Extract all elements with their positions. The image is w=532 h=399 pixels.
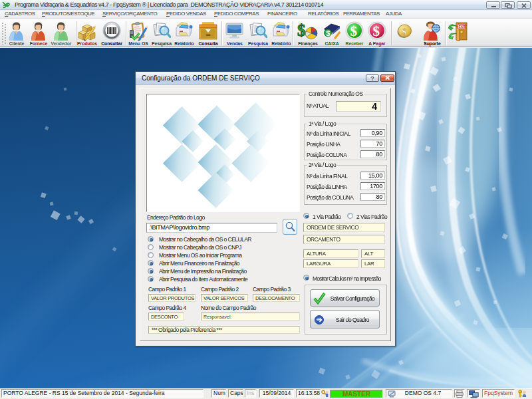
svg-text:$: $ (402, 27, 407, 37)
svg-text:$: $ (326, 29, 330, 37)
svg-text:$: $ (373, 23, 380, 39)
svg-text:$: $ (350, 23, 358, 39)
svg-text:$: $ (297, 21, 306, 39)
svg-text:EXIT: EXIT (459, 25, 466, 29)
